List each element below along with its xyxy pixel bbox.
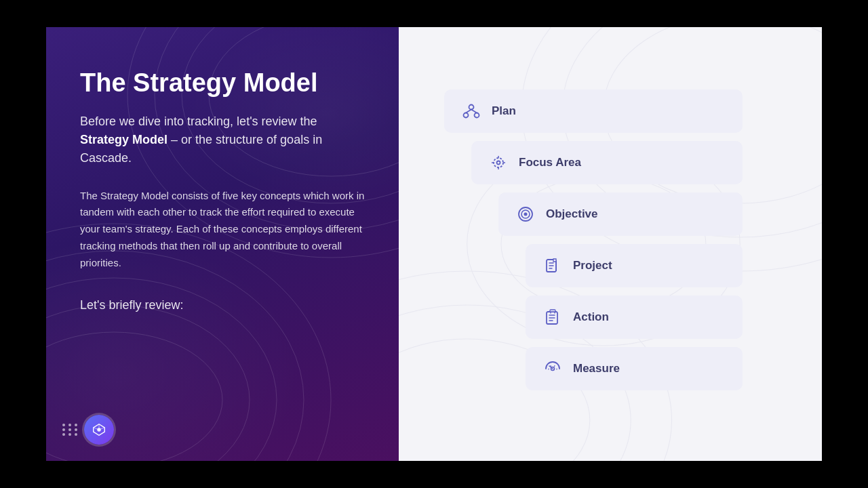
svg-point-31 <box>524 213 528 216</box>
hierarchy-row-measure: Measure <box>444 347 776 390</box>
hierarchy-row-focus-area: Focus Area <box>444 141 776 184</box>
project-icon <box>542 255 564 277</box>
svg-point-18 <box>469 105 474 110</box>
project-card: Project <box>526 244 743 287</box>
focus-area-icon <box>488 152 509 174</box>
slide-subtitle: Before we dive into tracking, let's revi… <box>80 113 365 167</box>
svg-point-19 <box>464 113 469 118</box>
left-panel: The Strategy Model Before we dive into t… <box>46 27 399 461</box>
plan-card: Plan <box>444 89 743 133</box>
svg-rect-34 <box>550 310 555 312</box>
action-label: Action <box>573 310 609 324</box>
slide-title: The Strategy Model <box>80 68 365 99</box>
focus-area-label: Focus Area <box>519 156 581 169</box>
bottom-icon-area <box>62 415 114 445</box>
hierarchy-container: Plan Focus Ar <box>444 76 776 412</box>
brand-logo-icon <box>84 415 114 445</box>
objective-label: Objective <box>546 207 598 221</box>
project-label: Project <box>573 259 612 272</box>
hierarchy-row-objective: Objective <box>444 192 776 236</box>
objective-icon <box>515 203 536 225</box>
slide-body: The Strategy Model consists of five key … <box>80 188 365 272</box>
svg-point-24 <box>497 161 500 165</box>
svg-point-23 <box>494 158 503 167</box>
objective-card: Objective <box>498 192 743 236</box>
hierarchy-row-project: Project <box>444 244 776 287</box>
grid-dots-icon <box>62 424 79 436</box>
slide-cta: Let's briefly review: <box>80 298 365 312</box>
svg-line-22 <box>471 110 477 113</box>
focus-area-card: Focus Area <box>471 141 743 184</box>
right-panel: Plan Focus Ar <box>399 27 822 461</box>
measure-label: Measure <box>573 362 620 375</box>
hierarchy-row-plan: Plan <box>444 89 776 133</box>
svg-point-20 <box>475 113 479 118</box>
measure-card: Measure <box>526 347 743 390</box>
hierarchy-row-action: Action <box>444 296 776 339</box>
action-card: Action <box>526 296 743 339</box>
measure-icon <box>542 358 564 380</box>
action-icon <box>542 306 564 328</box>
plan-label: Plan <box>492 104 516 118</box>
svg-line-21 <box>466 110 471 113</box>
plan-icon <box>460 100 482 122</box>
